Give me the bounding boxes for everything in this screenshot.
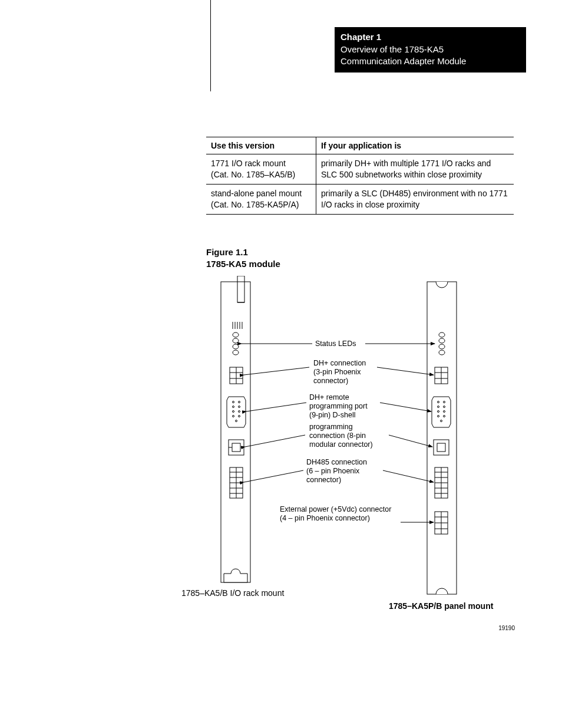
svg-point-45	[444, 401, 445, 403]
svg-point-36	[439, 332, 445, 337]
table-row: 1771 I/O rack mount (Cat. No. 1785–KA5/B…	[206, 154, 514, 185]
svg-point-50	[438, 416, 439, 417]
svg-point-21	[239, 411, 240, 413]
chapter-subtitle-line2: Communication Adapter Module	[340, 55, 520, 67]
cell-text: primarily a SLC (DH485) environment with…	[316, 184, 514, 214]
right-module-icon	[427, 282, 457, 594]
status-leds-icon	[233, 332, 239, 355]
dshell-9pin-icon	[227, 397, 246, 427]
svg-line-75	[244, 470, 303, 482]
svg-line-70	[377, 367, 434, 375]
left-module-icon	[221, 276, 250, 582]
dh485-6pin-icon	[230, 467, 243, 498]
svg-point-39	[439, 350, 445, 355]
table-header-version: Use this version	[206, 137, 316, 154]
left-module-caption: 1785–KA5/B I/O rack mount	[181, 588, 284, 598]
svg-line-74	[389, 435, 432, 447]
cell-text: (Cat. No. 1785–KA5/B)	[211, 170, 295, 179]
modular-8pin-icon	[229, 440, 244, 455]
svg-point-51	[444, 416, 445, 417]
svg-line-69	[244, 367, 309, 375]
annotation-ext-power: External power (+5Vdc) connector (4 – pi…	[280, 505, 394, 522]
svg-line-73	[245, 435, 305, 447]
svg-point-8	[233, 332, 239, 337]
svg-rect-26	[232, 443, 240, 452]
svg-point-23	[239, 416, 240, 417]
version-application-table: Use this version If your application is …	[206, 137, 514, 215]
svg-point-9	[233, 338, 239, 343]
svg-point-11	[233, 350, 239, 355]
svg-point-46	[438, 406, 439, 408]
module-diagram: Status LEDs DH+ connection (3-pin Phoeni…	[183, 276, 518, 612]
cell-text: (Cat. No. 1785-KA5P/A)	[211, 200, 299, 209]
svg-point-20	[233, 411, 234, 413]
svg-point-10	[233, 344, 239, 349]
svg-point-17	[239, 401, 240, 403]
annotation-prog-conn: programming connection (8-pin modular co…	[309, 423, 373, 449]
document-number: 19190	[498, 625, 515, 631]
svg-point-48	[438, 411, 439, 413]
svg-point-19	[239, 406, 240, 408]
annotation-dhplus-remote: DH+ remote programming port (9-pin) D-sh…	[309, 393, 369, 419]
svg-line-76	[383, 470, 434, 482]
table-row: stand-alone panel mount (Cat. No. 1785-K…	[206, 184, 514, 214]
svg-point-49	[444, 411, 445, 413]
dh-plus-3pin-icon	[230, 367, 243, 384]
figure-caption: Figure 1.1 1785-KA5 module	[206, 246, 280, 271]
svg-point-44	[438, 401, 439, 403]
svg-point-52	[441, 420, 442, 422]
cell-text: 1771 I/O rack mount	[211, 159, 286, 168]
table-header-application: If your application is	[316, 137, 514, 154]
status-leds-icon	[439, 332, 445, 355]
power-4pin-icon	[435, 512, 448, 534]
annotation-status-leds: Status LEDs	[315, 340, 356, 348]
svg-point-18	[233, 406, 234, 408]
figure-title: 1785-KA5 module	[206, 259, 280, 269]
svg-rect-53	[434, 440, 449, 455]
svg-rect-0	[221, 282, 250, 582]
svg-point-38	[439, 344, 445, 349]
svg-rect-1	[237, 276, 244, 302]
svg-rect-54	[437, 443, 445, 452]
svg-line-71	[246, 403, 306, 411]
svg-point-16	[233, 401, 234, 403]
chapter-header-box: Chapter 1 Overview of the 1785-KA5 Commu…	[335, 27, 526, 73]
svg-point-22	[233, 416, 234, 417]
cell-text: stand-alone panel mount	[211, 189, 302, 198]
annotation-dhplus-conn: DH+ connection (3-pin Phoenix connector)	[313, 359, 368, 385]
svg-point-47	[444, 406, 445, 408]
figure-number: Figure 1.1	[206, 247, 248, 257]
svg-point-24	[236, 420, 237, 422]
chapter-subtitle-line1: Overview of the 1785-KA5	[340, 44, 520, 55]
svg-point-37	[439, 338, 445, 343]
cell-text: primarily DH+ with multiple 1771 I/O rac…	[316, 154, 514, 185]
annotation-dh485: DH485 connection (6 – pin Phoenix connec…	[306, 458, 369, 484]
svg-rect-35	[427, 282, 457, 594]
right-module-caption: 1785–KA5P/B panel mount	[389, 601, 493, 611]
chapter-number: Chapter 1	[340, 32, 520, 42]
svg-line-72	[380, 403, 431, 411]
header-vertical-rule	[210, 0, 211, 91]
